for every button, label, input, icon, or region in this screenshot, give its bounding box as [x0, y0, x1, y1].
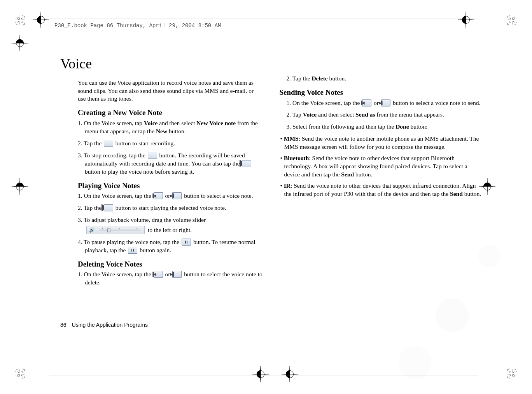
step-text: 🔊 to the left or right. — [60, 226, 263, 234]
step-text: 2. Tap the button to start playing the s… — [67, 204, 263, 212]
registration-mark-icon — [35, 14, 47, 26]
crop-circle-icon — [15, 15, 26, 26]
section-heading-delete: Deleting Voice Notes — [60, 259, 263, 269]
play-button-icon — [242, 160, 251, 167]
registration-mark-icon — [460, 14, 472, 26]
footer-rule — [49, 375, 478, 375]
footer-section-title: Using the Application Programs — [72, 322, 148, 328]
header-rule — [49, 19, 478, 19]
previous-button-icon: ▐◀ — [362, 99, 371, 106]
step-text: 2. Tap the button to start recording. — [67, 139, 263, 148]
record-button-icon — [104, 140, 113, 147]
intro-paragraph: You can use the Voice application to rec… — [60, 79, 263, 103]
previous-button-icon: ▐◀ — [154, 271, 163, 278]
volume-slider-icon: 🔊 — [86, 226, 145, 234]
stop-button-icon — [148, 152, 157, 159]
crop-circle-icon — [506, 368, 517, 379]
step-text: 1. On the Voice screen, tap the ▐◀ or ▶▌… — [67, 192, 263, 200]
registration-mark-icon — [14, 181, 26, 192]
registration-mark-icon — [255, 368, 266, 380]
right-column: 2. Tap the Delete button. Sending Voice … — [279, 54, 482, 336]
step-text: 1. On the Voice screen, tap the ▐◀ or ▶▌… — [286, 99, 482, 107]
step-text: 1. On the Voice screen, tap Voice and th… — [67, 119, 263, 136]
left-column: Voice You can use the Voice application … — [60, 54, 263, 336]
step-text: 3. To adjust playback volume, drag the v… — [67, 216, 263, 224]
play-button-icon — [104, 204, 113, 211]
book-header: P30_E.book Page 86 Thursday, April 29, 2… — [54, 23, 221, 29]
pause-button-icon — [182, 239, 191, 246]
section-heading-create: Creating a New Voice Note — [60, 108, 263, 118]
page-content: Voice You can use the Voice application … — [60, 54, 481, 336]
page-number: 86 — [60, 322, 66, 328]
bullet-item: • MMS: Send the voice note to another mo… — [279, 135, 482, 151]
page-footer: 86Using the Application Programs — [60, 322, 148, 328]
next-button-icon: ▶▌ — [172, 192, 182, 199]
step-text: 1. On the Voice screen, tap the ▐◀ or ▶▌… — [67, 270, 263, 287]
crop-circle-icon — [15, 368, 26, 379]
step-text: 2. Tap Voice and then select Send as fro… — [286, 111, 482, 119]
step-text: 3. Select from the following and then ta… — [286, 123, 482, 131]
bullet-item: • Bluetooth: Send the voice note to othe… — [279, 154, 482, 179]
crop-circle-icon — [506, 15, 517, 26]
section-heading-send: Sending Voice Notes — [279, 87, 482, 98]
step-text: 2. Tap the Delete button. — [286, 75, 482, 83]
registration-mark-icon — [14, 37, 26, 49]
next-button-icon: ▶▌ — [381, 99, 390, 106]
step-text: 3. To stop recording, tap the button. Th… — [67, 152, 263, 176]
bullet-item: • IR: Send the voice note to other devic… — [279, 182, 482, 198]
step-text: 4. To pause playing the voice note, tap … — [67, 238, 263, 255]
registration-mark-icon — [284, 368, 296, 380]
next-button-icon: ▶▌ — [172, 271, 182, 278]
pause-button-icon — [128, 247, 137, 254]
previous-button-icon: ▐◀ — [154, 192, 163, 199]
registration-mark-icon — [481, 181, 493, 192]
section-heading-play: Playing Voice Notes — [60, 181, 263, 191]
page-title: Voice — [60, 54, 263, 73]
